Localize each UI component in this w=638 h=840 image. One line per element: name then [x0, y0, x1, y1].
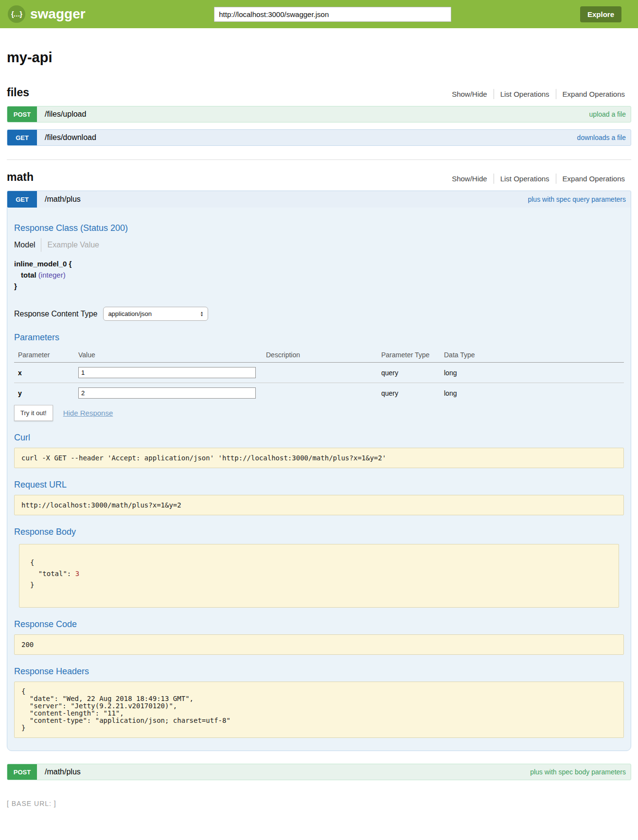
- explore-button[interactable]: Explore: [580, 6, 621, 22]
- col-header-value: Value: [74, 348, 262, 363]
- response-content-type-row: Response Content Type application/json ▲…: [14, 307, 624, 321]
- files-list-operations-link[interactable]: List Operations: [494, 89, 556, 99]
- col-header-data-type: Data Type: [440, 348, 624, 363]
- param-row-y: y query long: [14, 383, 624, 403]
- tab-model[interactable]: Model: [14, 238, 41, 252]
- op-path-math-plus-post[interactable]: /math/plus: [45, 768, 81, 776]
- col-header-parameter-type: Parameter Type: [377, 348, 440, 363]
- op-row-get-math-plus[interactable]: GET /math/plus plus with spec query para…: [7, 191, 631, 208]
- base-url-footer: [ BASE URL: ]: [7, 800, 631, 807]
- op-summary-files-upload[interactable]: upload a file: [589, 110, 626, 118]
- files-section: files Show/Hide List Operations Expand O…: [7, 86, 631, 146]
- parameters-heading: Parameters: [14, 332, 624, 343]
- files-section-title: files: [7, 86, 29, 99]
- selected-content-type: application/json: [108, 310, 152, 317]
- param-name: x: [14, 363, 74, 383]
- json-close-brace: }: [30, 581, 34, 589]
- response-body-block: { "total": 3 }: [19, 544, 619, 608]
- json-key: "total":: [38, 570, 75, 578]
- op-path-files-upload[interactable]: /files/upload: [45, 110, 86, 119]
- op-summary-math-plus-post[interactable]: plus with spec body parameters: [530, 768, 626, 776]
- page-title: my-api: [7, 50, 631, 66]
- param-row-x: x query long: [14, 363, 624, 383]
- model-tabs: Model Example Value: [14, 238, 624, 252]
- op-row-get-files-download[interactable]: GET /files/download downloads a file: [7, 129, 631, 146]
- get-method-badge: GET: [7, 191, 37, 208]
- swagger-braces-icon: {…}: [8, 5, 25, 23]
- param-description: [262, 383, 377, 403]
- files-section-controls: Show/Hide List Operations Expand Operati…: [445, 89, 631, 99]
- param-y-input[interactable]: [78, 387, 256, 399]
- math-section: math Show/Hide List Operations Expand Op…: [7, 171, 631, 780]
- math-list-operations-link[interactable]: List Operations: [494, 174, 556, 184]
- response-headers-json: { "date": "Wed, 22 Aug 2018 18:49:13 GMT…: [21, 688, 617, 732]
- op-row-post-math-plus[interactable]: POST /math/plus plus with spec body para…: [7, 764, 631, 780]
- math-show-hide-link[interactable]: Show/Hide: [445, 174, 494, 184]
- post-method-badge: POST: [7, 106, 37, 122]
- curl-heading: Curl: [14, 433, 624, 443]
- model-name: inline_model_0 {: [14, 260, 71, 268]
- response-headers-heading: Response Headers: [14, 666, 624, 677]
- json-open-brace: {: [30, 559, 34, 566]
- math-section-controls: Show/Hide List Operations Expand Operati…: [445, 174, 631, 184]
- curl-command: curl -X GET --header 'Accept: applicatio…: [21, 454, 617, 462]
- files-show-hide-link[interactable]: Show/Hide: [445, 89, 494, 99]
- post-method-badge: POST: [7, 764, 37, 780]
- param-type: query: [377, 363, 440, 383]
- section-divider: [7, 159, 631, 160]
- operation-detail-panel: Response Class (Status 200) Model Exampl…: [7, 208, 631, 751]
- math-section-title: math: [7, 171, 34, 184]
- swagger-logo-link[interactable]: {…} swagger: [8, 5, 86, 23]
- spec-url-input[interactable]: [214, 7, 451, 22]
- param-type: query: [377, 383, 440, 403]
- brand-title: swagger: [30, 6, 86, 22]
- actions-row: Try it out! Hide Response: [14, 405, 624, 421]
- model-close-brace: }: [14, 282, 17, 290]
- op-path-files-download[interactable]: /files/download: [45, 133, 96, 142]
- col-header-parameter: Parameter: [14, 348, 74, 363]
- op-path-math-plus[interactable]: /math/plus: [45, 195, 81, 204]
- try-it-out-button[interactable]: Try it out!: [14, 405, 53, 421]
- op-summary-files-download[interactable]: downloads a file: [577, 134, 626, 141]
- col-header-description: Description: [262, 348, 377, 363]
- response-headers-block: { "date": "Wed, 22 Aug 2018 18:49:13 GMT…: [14, 682, 624, 738]
- math-expand-operations-link[interactable]: Expand Operations: [556, 174, 631, 184]
- request-url: http://localhost:3000/math/plus?x=1&y=2: [21, 501, 617, 509]
- select-updown-icon: ▲▼: [200, 311, 203, 317]
- param-name: y: [14, 383, 74, 403]
- response-body-heading: Response Body: [14, 527, 624, 537]
- op-expanded-get-math-plus: GET /math/plus plus with spec query para…: [7, 191, 631, 751]
- response-body-json: { "total": 3 }: [30, 557, 609, 591]
- response-code: 200: [21, 641, 617, 648]
- request-url-block: http://localhost:3000/math/plus?x=1&y=2: [14, 495, 624, 515]
- model-signature: inline_model_0 { total (integer) }: [14, 260, 624, 290]
- param-data-type: long: [440, 363, 624, 383]
- files-expand-operations-link[interactable]: Expand Operations: [556, 89, 631, 99]
- param-description: [262, 363, 377, 383]
- header-bar: {…} swagger Explore: [0, 0, 638, 28]
- request-url-heading: Request URL: [14, 480, 624, 490]
- json-number-value: 3: [75, 570, 79, 578]
- op-row-post-files-upload[interactable]: POST /files/upload upload a file: [7, 106, 631, 122]
- op-summary-math-plus[interactable]: plus with spec query parameters: [528, 195, 626, 203]
- get-method-badge: GET: [7, 130, 37, 145]
- response-code-block: 200: [14, 634, 624, 655]
- param-x-input[interactable]: [78, 367, 256, 378]
- response-class-heading: Response Class (Status 200): [14, 223, 624, 233]
- curl-command-block: curl -X GET --header 'Accept: applicatio…: [14, 448, 624, 468]
- hide-response-link[interactable]: Hide Response: [63, 409, 113, 417]
- response-content-type-select[interactable]: application/json ▲▼: [103, 307, 208, 321]
- response-content-type-label: Response Content Type: [14, 310, 97, 318]
- param-data-type: long: [440, 383, 624, 403]
- model-prop-type: (integer): [38, 271, 66, 279]
- response-code-heading: Response Code: [14, 619, 624, 630]
- model-prop-name: total: [21, 271, 36, 279]
- tab-example-value[interactable]: Example Value: [41, 238, 99, 252]
- parameters-table: Parameter Value Description Parameter Ty…: [14, 348, 624, 403]
